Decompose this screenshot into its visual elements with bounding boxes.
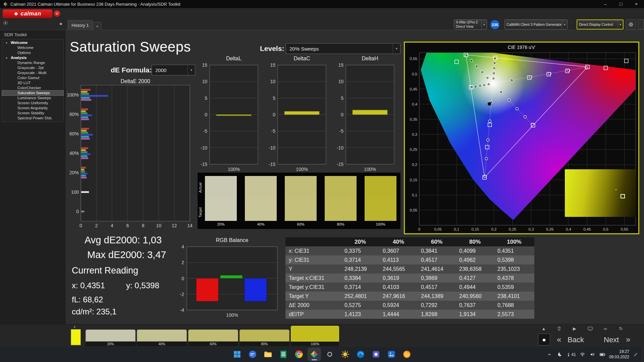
svg-text:0: 0	[418, 227, 420, 231]
tree-expand-icon: ▸	[6, 55, 7, 60]
svg-text:0: 0	[273, 112, 275, 117]
preview-measured-dot	[615, 188, 617, 191]
sidebar-item-colorchecker[interactable]: ColorChecker	[2, 85, 63, 90]
sidebar-item-grayscale-multi[interactable]: Grayscale - Multi	[2, 70, 63, 75]
sidebar-title: SDR Toolkit	[4, 32, 27, 37]
temperature-widget[interactable]: 41	[566, 352, 576, 357]
svg-text:-10: -10	[269, 145, 275, 150]
sidebar-item-screen-stability[interactable]: Screen Stability	[2, 111, 63, 116]
caret-up-icon[interactable]: ▲	[538, 325, 549, 332]
sidebar-item-saturation-sweeps[interactable]: Saturation Sweeps	[2, 90, 63, 96]
svg-text:6: 6	[126, 223, 129, 228]
gear-icon	[628, 21, 634, 27]
svg-text:0,4: 0,4	[412, 102, 418, 106]
table-row-deitp: dEITP1,41231,44441,82681,91342,5573	[285, 310, 534, 319]
de-formula-dropdown[interactable]: 2000 ▼	[152, 65, 195, 75]
link-icon[interactable]: ∞	[600, 325, 611, 332]
sidebar-item-options[interactable]: Options	[2, 50, 63, 55]
minimize-button[interactable]: –	[598, 0, 613, 8]
taskbar-icon-capture[interactable]	[323, 348, 336, 361]
patch-20pct[interactable]: 20%	[86, 329, 136, 346]
delete-icon[interactable]	[553, 325, 565, 332]
refresh-icon[interactable]: ↻	[615, 325, 627, 332]
tab-history-1[interactable]: History 1	[68, 20, 93, 30]
taskbar-icon-firefox[interactable]	[400, 348, 414, 361]
clock[interactable]: 19:27 09.03.2022	[609, 349, 629, 360]
show-desktop-button[interactable]	[642, 347, 644, 362]
sidebar-item-welcome[interactable]: Welcome	[2, 45, 63, 50]
more-options-button[interactable]	[638, 19, 644, 29]
new-tab-button[interactable]: +	[93, 22, 101, 30]
svg-text:0,55: 0,55	[621, 227, 628, 231]
maximize-button[interactable]: □	[613, 0, 629, 8]
workflow-radio-icon[interactable]	[3, 21, 8, 25]
back-chevrons-icon[interactable]: «	[557, 335, 561, 344]
caret-up-icon[interactable]: ▲	[73, 325, 76, 328]
meter-device-button[interactable]: X-Rite i1Pro 2 Direct View ▼	[454, 19, 487, 29]
next-button[interactable]: Next	[604, 336, 619, 344]
taskbar-icon-weather[interactable]	[338, 348, 352, 361]
settings-button[interactable]	[626, 19, 636, 29]
sidebar-item-grayscale-2pt[interactable]: Grayscale - 2pt	[2, 65, 63, 70]
battery-icon[interactable]	[599, 351, 606, 358]
next-chevrons-icon[interactable]: »	[626, 335, 630, 344]
table-row-x-cie31: x: CIE310,33750,36070,38410,40990,4351	[285, 246, 534, 255]
taskbar-icon-calman[interactable]	[308, 348, 321, 361]
patch-40pct[interactable]: 40%	[137, 329, 187, 346]
sidebar-item-dynamic-range[interactable]: Dynamic Range	[2, 60, 63, 65]
svg-text:5: 5	[205, 96, 207, 101]
main-menu-button[interactable]: ▼	[54, 10, 60, 17]
play-icon[interactable]: ▶	[569, 325, 580, 332]
svg-text:10: 10	[338, 79, 343, 84]
taskbar-icon-office[interactable]	[369, 348, 383, 361]
taskbar-icon-edge[interactable]	[354, 348, 367, 361]
patch-100pct[interactable]: 100%	[291, 326, 339, 346]
max-de2000-value: Max dE2000: 3,47	[87, 249, 166, 260]
sidebar-item-analysis[interactable]: ▸Analysis	[2, 55, 63, 60]
volume-icon[interactable]	[589, 351, 596, 358]
cie-panel: 00,050,050,10,10,150,150,20,20,250,250,3…	[404, 42, 639, 234]
stop-button[interactable]: ■	[538, 334, 550, 346]
patch-60pct[interactable]: 60%	[188, 329, 238, 346]
svg-text:5: 5	[341, 96, 343, 101]
sidebar-collapse-button[interactable]: ◀	[57, 20, 64, 27]
back-button[interactable]: Back	[568, 336, 584, 344]
target-row-label: Target	[198, 201, 204, 224]
levels-dropdown[interactable]: 20% Sweeps ▼	[286, 43, 400, 54]
tray-chevron-up-icon[interactable]	[546, 351, 553, 358]
taskbar-icon-chrome[interactable]	[292, 348, 306, 361]
sidebar-item-3d-lut[interactable]: 3D LUT	[2, 80, 63, 85]
chevron-down-icon[interactable]: ▼	[618, 20, 623, 29]
sidebar-item-label: Grayscale - Multi	[17, 71, 46, 75]
chevron-down-icon[interactable]: ▼	[562, 20, 567, 29]
chevron-down-icon[interactable]: ▼	[481, 20, 487, 29]
calman-logo-button[interactable]: calman	[3, 9, 52, 18]
svg-text:15: 15	[202, 62, 207, 68]
taskbar-icon-chat[interactable]	[246, 348, 259, 361]
display-icon[interactable]	[584, 325, 596, 332]
pattern-generator-button[interactable]: CalMAN Client 3 Pattern Generator ▼	[504, 19, 568, 29]
sidebar-item-label: 3D LUT	[17, 81, 31, 85]
taskbar-icon-photos[interactable]	[385, 348, 398, 361]
taskbar-icon-files[interactable]	[261, 348, 275, 361]
night-mode-icon[interactable]	[556, 351, 563, 358]
sidebar-item-screen-angularity[interactable]: Screen Angularity	[2, 106, 63, 111]
wifi-icon[interactable]	[579, 351, 586, 358]
sidebar-item-label: Options	[17, 51, 31, 55]
taskbar-icon-sheets[interactable]	[277, 348, 290, 361]
sidebar-item-welcome[interactable]: ▸Welcome	[2, 40, 63, 45]
close-button[interactable]: ×	[629, 0, 644, 8]
sidebar-item-luminance-sweeps[interactable]: Luminance Sweeps	[2, 96, 63, 101]
pen-icon[interactable]	[632, 351, 639, 358]
svg-text:0,3: 0,3	[529, 227, 534, 231]
svg-text:80%: 80%	[69, 112, 79, 117]
taskbar-icon-start[interactable]	[230, 348, 244, 361]
sidebar-item-spectral-power-dist[interactable]: Spectral Power Dist.	[2, 116, 63, 121]
svg-text:-5: -5	[271, 128, 276, 134]
display-control-button[interactable]: Direct Display Control ▼	[577, 19, 624, 29]
svg-text:0,5: 0,5	[412, 72, 417, 76]
svg-text:-10: -10	[201, 145, 207, 150]
sidebar-item-screen-uniformity[interactable]: Screen Uniformity	[2, 101, 63, 106]
patch-80pct[interactable]: 80%	[239, 329, 289, 346]
sidebar-item-color-gamut[interactable]: Color Gamut	[2, 75, 63, 80]
